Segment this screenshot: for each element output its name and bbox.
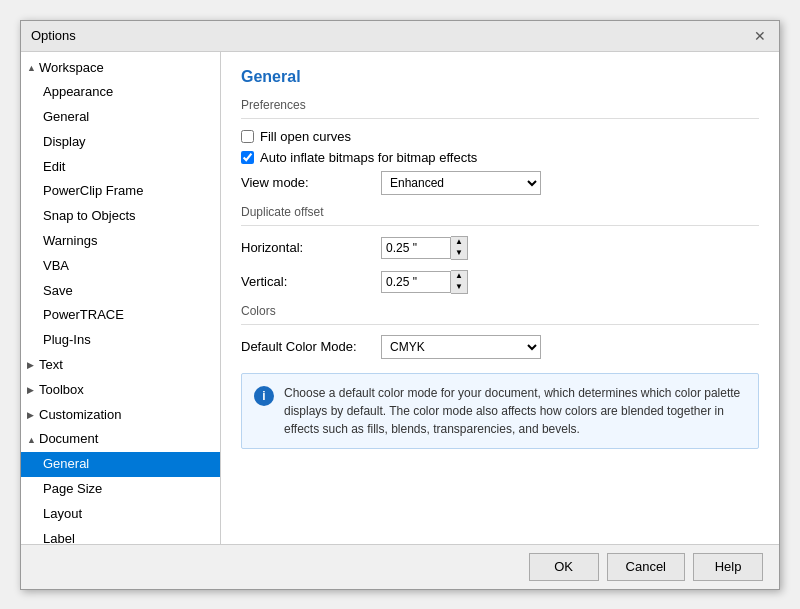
dialog-body: ▲ Workspace Appearance General Display E… <box>21 52 779 544</box>
section-title: General <box>241 68 759 86</box>
workspace-arrow: ▲ <box>27 61 39 75</box>
sidebar-item-general-ws[interactable]: General <box>21 105 220 130</box>
sidebar: ▲ Workspace Appearance General Display E… <box>21 52 221 544</box>
view-mode-select[interactable]: Normal Enhanced Enhanced (anti-aliased) … <box>381 171 541 195</box>
horizontal-down-btn[interactable]: ▼ <box>451 248 467 259</box>
colors-divider <box>241 324 759 325</box>
preferences-label: Preferences <box>241 98 759 112</box>
auto-inflate-label: Auto inflate bitmaps for bitmap effects <box>260 150 477 165</box>
sidebar-item-layout[interactable]: Layout <box>21 502 220 527</box>
dialog-footer: OK Cancel Help <box>21 544 779 589</box>
document-arrow: ▲ <box>27 433 39 447</box>
sidebar-item-page-size[interactable]: Page Size <box>21 477 220 502</box>
sidebar-item-document[interactable]: ▲ Document <box>21 427 220 452</box>
color-mode-select[interactable]: CMYK RGB Grayscale <box>381 335 541 359</box>
horizontal-label: Horizontal: <box>241 240 381 255</box>
dialog-title: Options <box>31 28 76 43</box>
horizontal-spinner-buttons: ▲ ▼ <box>451 236 468 260</box>
vertical-input[interactable] <box>381 271 451 293</box>
horizontal-up-btn[interactable]: ▲ <box>451 237 467 248</box>
horizontal-row: Horizontal: ▲ ▼ <box>241 236 759 260</box>
vertical-label: Vertical: <box>241 274 381 289</box>
sidebar-item-edit[interactable]: Edit <box>21 155 220 180</box>
info-icon: i <box>254 386 274 406</box>
document-label: Document <box>39 429 98 450</box>
fill-open-curves-checkbox[interactable] <box>241 130 254 143</box>
sidebar-item-toolbox[interactable]: ▶ Toolbox <box>21 378 220 403</box>
sidebar-item-warnings[interactable]: Warnings <box>21 229 220 254</box>
default-color-mode-row: Default Color Mode: CMYK RGB Grayscale <box>241 335 759 359</box>
sidebar-item-save-ws[interactable]: Save <box>21 279 220 304</box>
title-bar: Options ✕ <box>21 21 779 52</box>
sidebar-item-snap-to-objects[interactable]: Snap to Objects <box>21 204 220 229</box>
info-box: i Choose a default color mode for your d… <box>241 373 759 449</box>
sidebar-item-customization[interactable]: ▶ Customization <box>21 403 220 428</box>
close-button[interactable]: ✕ <box>751 27 769 45</box>
sidebar-item-workspace[interactable]: ▲ Workspace <box>21 56 220 81</box>
sidebar-item-text[interactable]: ▶ Text <box>21 353 220 378</box>
sidebar-item-plug-ins[interactable]: Plug-Ins <box>21 328 220 353</box>
vertical-up-btn[interactable]: ▲ <box>451 271 467 282</box>
fill-open-curves-label: Fill open curves <box>260 129 351 144</box>
horizontal-input[interactable] <box>381 237 451 259</box>
default-color-mode-label: Default Color Mode: <box>241 339 381 354</box>
toolbox-label: Toolbox <box>39 380 84 401</box>
view-mode-label: View mode: <box>241 175 381 190</box>
vertical-down-btn[interactable]: ▼ <box>451 282 467 293</box>
sidebar-item-vba[interactable]: VBA <box>21 254 220 279</box>
preferences-divider <box>241 118 759 119</box>
customization-label: Customization <box>39 405 121 426</box>
ok-button[interactable]: OK <box>529 553 599 581</box>
help-button[interactable]: Help <box>693 553 763 581</box>
duplicate-offset-divider <box>241 225 759 226</box>
vertical-spinner-buttons: ▲ ▼ <box>451 270 468 294</box>
sidebar-item-powerclip-frame[interactable]: PowerClip Frame <box>21 179 220 204</box>
vertical-row: Vertical: ▲ ▼ <box>241 270 759 294</box>
auto-inflate-row: Auto inflate bitmaps for bitmap effects <box>241 150 759 165</box>
view-mode-control: Normal Enhanced Enhanced (anti-aliased) … <box>381 171 541 195</box>
sidebar-item-label[interactable]: Label <box>21 527 220 544</box>
fill-open-curves-row: Fill open curves <box>241 129 759 144</box>
sidebar-item-general-doc[interactable]: General <box>21 452 220 477</box>
vertical-spinner: ▲ ▼ <box>381 270 468 294</box>
text-label: Text <box>39 355 63 376</box>
options-dialog: Options ✕ ▲ Workspace Appearance General… <box>20 20 780 590</box>
sidebar-item-display[interactable]: Display <box>21 130 220 155</box>
color-mode-control: CMYK RGB Grayscale <box>381 335 541 359</box>
cancel-button[interactable]: Cancel <box>607 553 685 581</box>
workspace-label: Workspace <box>39 58 104 79</box>
toolbox-arrow: ▶ <box>27 383 39 397</box>
sidebar-item-powertrace[interactable]: PowerTRACE <box>21 303 220 328</box>
sidebar-item-appearance[interactable]: Appearance <box>21 80 220 105</box>
colors-label: Colors <box>241 304 759 318</box>
info-text: Choose a default color mode for your doc… <box>284 384 746 438</box>
view-mode-row: View mode: Normal Enhanced Enhanced (ant… <box>241 171 759 195</box>
auto-inflate-checkbox[interactable] <box>241 151 254 164</box>
horizontal-spinner: ▲ ▼ <box>381 236 468 260</box>
duplicate-offset-label: Duplicate offset <box>241 205 759 219</box>
customization-arrow: ▶ <box>27 408 39 422</box>
main-content: General Preferences Fill open curves Aut… <box>221 52 779 544</box>
text-arrow: ▶ <box>27 358 39 372</box>
